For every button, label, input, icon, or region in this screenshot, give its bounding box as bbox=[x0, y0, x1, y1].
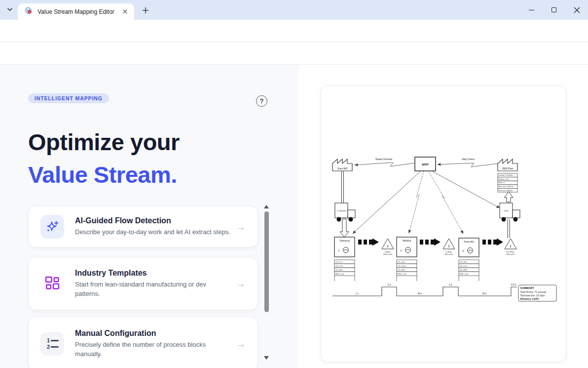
data-row: UP = 85% bbox=[335, 269, 343, 271]
mrp-to-welding-arrow bbox=[409, 171, 424, 233]
push-arrow bbox=[420, 239, 441, 246]
oem-row: Pack size = 40/pallet bbox=[499, 190, 513, 192]
page-title-line1: Optimize your bbox=[28, 126, 180, 159]
inventory-line2: 300 units bbox=[445, 253, 453, 255]
oem-row: Avail. time = 27600 sec bbox=[499, 186, 514, 188]
data-box-stamping: C/T = 1 s C/O = 1 hr UP = 85% EPE = 1 wk bbox=[334, 260, 355, 281]
summary-title: SUMMARY bbox=[520, 286, 535, 289]
close-window-button[interactable] bbox=[565, 0, 588, 20]
scroll-down-arrow-icon[interactable] bbox=[264, 356, 269, 360]
shipping-pipe bbox=[508, 219, 510, 238]
timeline-label: 40 s bbox=[418, 292, 422, 295]
timeline-ladder bbox=[332, 287, 517, 296]
mrp-to-stamping-arrow bbox=[353, 171, 421, 234]
data-row: C/T = 1 s bbox=[335, 261, 342, 263]
mrp-label: MRP bbox=[422, 163, 428, 166]
inventory-line2: 450 units bbox=[507, 253, 515, 255]
data-row: C/T = 30 s bbox=[460, 261, 468, 263]
block-arrow-down bbox=[340, 219, 349, 237]
summary-lead: Total lead time: 3.5 days bbox=[520, 294, 545, 297]
process-name: Assembly bbox=[464, 241, 474, 243]
tab-close-button[interactable] bbox=[121, 7, 129, 16]
data-box-welding: C/T = 40 s C/O = 10 m UP = 95% EPE = 1 w… bbox=[397, 260, 417, 281]
timeline-label: 2 d bbox=[388, 284, 391, 286]
scroll-up-arrow-icon[interactable] bbox=[264, 205, 269, 208]
process-stamping: Stamping 1 bbox=[334, 237, 355, 257]
numbered-list-icon: 1 2 bbox=[40, 332, 64, 356]
block-arrow-up bbox=[504, 192, 513, 202]
help-button[interactable]: ? bbox=[256, 95, 267, 107]
inventory-2: I 1 days, 300 units bbox=[443, 239, 455, 255]
cards-scrollbar[interactable] bbox=[262, 203, 271, 362]
option-card-ai-guided[interactable]: AI-Guided Flow Detection Describe your d… bbox=[28, 206, 258, 247]
tab-strip: Value Stream Mapping Editor bbox=[0, 0, 588, 20]
data-row: UP = 95% bbox=[398, 269, 405, 271]
arrow-right-icon: → bbox=[236, 278, 246, 289]
data-row: C/T = 40 s bbox=[398, 261, 405, 263]
timeline-label: 0.5 d bbox=[511, 284, 516, 286]
tab-title: Value Stream Mapping Editor bbox=[37, 8, 121, 15]
maximize-icon bbox=[551, 7, 556, 12]
card-description: Precisely define the number of process b… bbox=[75, 340, 219, 359]
daily-orders-arrow: Daily Orders bbox=[438, 158, 498, 167]
truck-right: Daily bbox=[500, 203, 520, 222]
steel-mill-label: Steel Mill bbox=[337, 167, 347, 170]
intelligent-mapping-badge: INTELLIGENT MAPPING bbox=[28, 93, 109, 103]
close-icon bbox=[121, 8, 129, 15]
daily-orders-label: Daily Orders bbox=[462, 158, 475, 161]
process-name: Welding bbox=[403, 240, 411, 242]
minimize-button[interactable] bbox=[520, 0, 543, 20]
card-title: Manual Configuration bbox=[75, 329, 232, 338]
new-tab-button[interactable] bbox=[140, 5, 151, 16]
browser-tab[interactable]: Value Stream Mapping Editor bbox=[18, 3, 134, 20]
window-controls bbox=[520, 0, 588, 20]
maximize-button[interactable] bbox=[543, 0, 565, 20]
operator-count: 4 bbox=[463, 249, 464, 252]
factory-oem-plant: OEM Plant bbox=[498, 159, 517, 171]
data-row: C/O = 1 hr bbox=[335, 265, 343, 267]
factory-steel-mill: Steel Mill bbox=[332, 159, 352, 171]
tab-search-button[interactable] bbox=[4, 4, 16, 16]
list-digit-1: 1 bbox=[47, 337, 50, 343]
weekly-forecast-arrow: Weekly Forecast bbox=[355, 158, 415, 166]
data-row: EPE = 1 wk bbox=[398, 273, 406, 275]
mrp-to-assembly-arrow bbox=[428, 171, 463, 234]
oem-plant-label: OEM Plant bbox=[502, 167, 514, 170]
browser-toolbar: ai-toolbox.visual-paradigm.com/app/value… bbox=[0, 20, 588, 42]
oem-row: Shifts = 2 bbox=[499, 182, 505, 184]
inventory-line1: 2 days, bbox=[384, 250, 391, 253]
card-description: Describe your day-to-day work and let AI… bbox=[75, 228, 232, 237]
option-card-industry-templates[interactable]: Industry Templates Start from lean-stand… bbox=[28, 257, 258, 310]
arrow-right-icon: → bbox=[236, 221, 246, 233]
inventory-line1: 1 days, bbox=[445, 250, 452, 253]
svg-text:I: I bbox=[448, 245, 449, 248]
plus-icon bbox=[142, 6, 149, 14]
arrow-right-icon: → bbox=[236, 338, 246, 350]
inventory-1: I 2 days, 1000 units bbox=[382, 239, 394, 255]
card-title: Industry Templates bbox=[75, 269, 232, 278]
push-arrow bbox=[358, 239, 379, 246]
app-header: Value Stream Mapping Editor Powered by V… bbox=[0, 42, 588, 65]
inventory-line1: 0.5 days, bbox=[507, 250, 515, 253]
vsm-diagram: Steel Mill OEM Plant MRP Weekly Forecast bbox=[321, 86, 566, 362]
truck-left-label: 2x Weekly bbox=[337, 209, 346, 212]
sparkle-icon bbox=[40, 215, 64, 239]
timeline-label: 1 d bbox=[449, 284, 452, 286]
process-name: Stamping bbox=[339, 240, 350, 242]
truck-right-label: Daily bbox=[504, 209, 509, 212]
oem-row: Demand = 18,000/mo bbox=[499, 174, 513, 176]
timeline-label: 30 s bbox=[482, 292, 487, 295]
data-row: UP = 98% bbox=[460, 269, 467, 271]
operator-count: 1 bbox=[338, 249, 340, 252]
page-title-line2: Value Stream. bbox=[28, 159, 180, 191]
data-row: C/O = 10 m bbox=[398, 265, 406, 267]
process-welding: Welding 2 bbox=[397, 237, 417, 257]
data-row: EPE = 1 wk bbox=[460, 273, 468, 275]
oem-row: Runtime = 20 d bbox=[499, 178, 509, 180]
chevron-down-icon bbox=[6, 5, 14, 15]
svg-text:I: I bbox=[510, 245, 511, 248]
mrp-box: MRP bbox=[415, 157, 436, 171]
scrollbar-thumb[interactable] bbox=[264, 211, 269, 312]
option-card-manual-configuration[interactable]: 1 2 Manual Configuration Precisely defin… bbox=[28, 317, 258, 368]
main-content: INTELLIGENT MAPPING ? Optimize your Valu… bbox=[0, 65, 588, 368]
